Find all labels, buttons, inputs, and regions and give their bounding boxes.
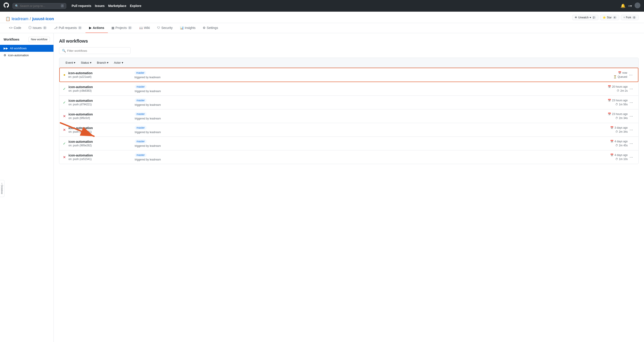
workflow-branch: master triggered by leadream: [131, 85, 583, 93]
repo-header: 📋 leadream / juuust-icon 👁 Unwatch ▾ 2 ⭐…: [0, 12, 644, 23]
unwatch-button[interactable]: 👁 Unwatch ▾ 2: [572, 15, 598, 20]
workflow-time: 📅3 days ago ⏱2m 34s: [583, 126, 628, 133]
topnav-marketplace[interactable]: Marketplace: [108, 4, 126, 8]
workflow-info: icon-automation on: push (2a8b791): [68, 126, 131, 133]
topnav: 🔍 / Pull requests Issues Marketplace Exp…: [0, 0, 644, 12]
tab-actions[interactable]: ▶ Actions: [86, 23, 108, 33]
topnav-issues[interactable]: Issues: [95, 4, 105, 8]
branch-label[interactable]: master: [135, 85, 146, 89]
filter-workflows-input[interactable]: [67, 49, 128, 52]
workflow-row[interactable]: ✓ icon-automation on: push (995e282) mas…: [59, 137, 638, 150]
branch-label[interactable]: master: [135, 126, 146, 130]
workflow-more-button[interactable]: ⋯: [628, 128, 635, 132]
tab-wiki[interactable]: 📖 Wiki: [136, 23, 154, 33]
clock-icon: ⏱: [617, 89, 620, 92]
filter-input-wrapper[interactable]: 🔍: [59, 47, 131, 54]
security-icon: 🛡: [157, 26, 160, 30]
trigger-text: triggered by leadream: [135, 131, 583, 134]
octotree-tab[interactable]: › Octotree: [0, 180, 4, 197]
repo-name-link[interactable]: juuust-icon: [32, 17, 54, 21]
star-button[interactable]: ⭐ Star 4: [600, 15, 619, 20]
topnav-pull-requests[interactable]: Pull requests: [72, 4, 91, 8]
workflow-name: icon-automation: [68, 126, 131, 130]
unwatch-chevron-icon: ▾: [590, 16, 591, 19]
tab-security[interactable]: 🛡 Security: [154, 23, 176, 33]
status-icon: ✓: [63, 141, 66, 146]
workflow-more-button[interactable]: ⋯: [628, 87, 635, 91]
branch-label[interactable]: master: [135, 139, 146, 143]
workflow-more-button[interactable]: ⋯: [628, 155, 635, 159]
eye-icon: 👁: [575, 16, 577, 19]
repo-title: 📋 leadream / juuust-icon: [5, 16, 54, 21]
topnav-explore[interactable]: Explore: [130, 4, 141, 8]
branch-chevron-icon: ▾: [107, 61, 108, 64]
search-kbd: /: [61, 4, 64, 8]
tab-pull-requests[interactable]: ⎇ Pull requests 0: [50, 23, 86, 33]
avatar-icon[interactable]: [634, 3, 640, 10]
workflow-row[interactable]: ✓ icon-automation on: push (d794221) mas…: [59, 96, 638, 109]
duration-text: ⏱2m 2s: [583, 89, 628, 92]
status-icon: ✕: [63, 114, 66, 118]
workflow-info: icon-automation on: push (ce51541): [68, 153, 131, 161]
branch-label[interactable]: master: [135, 112, 146, 116]
star-icon: ⭐: [602, 16, 606, 19]
event-filter-button[interactable]: Event ▾: [63, 60, 78, 65]
workflow-row[interactable]: ✓ icon-automation on: push (c9b8383) mas…: [59, 82, 638, 96]
workflow-row[interactable]: ● icon-automation on: push (a221aa4) mas…: [59, 68, 638, 82]
duration-text: ⏱1m 56s: [583, 103, 628, 106]
workflow-row[interactable]: ✕ icon-automation on: push (ce51541) mas…: [59, 150, 638, 164]
workflow-branch: master triggered by leadream: [131, 126, 583, 134]
workflow-time: 📅23 hours ago ⏱2m 34s: [583, 112, 628, 120]
branch-filter-button[interactable]: Branch ▾: [94, 60, 111, 65]
time-text: 📅23 hours ago: [583, 112, 628, 116]
code-icon: <>: [9, 26, 12, 30]
tab-issues[interactable]: ⓘ Issues 0: [25, 23, 50, 33]
actor-filter-button[interactable]: Actor ▾: [111, 60, 126, 65]
calendar-icon: 📅: [608, 99, 611, 102]
event-chevron-icon: ▾: [74, 61, 76, 64]
tab-settings[interactable]: ⚙ Settings: [199, 23, 222, 33]
settings-icon: ⚙: [203, 26, 206, 30]
trigger-text: triggered by leadream: [135, 117, 583, 120]
calendar-icon: 📅: [608, 112, 611, 116]
branch-label[interactable]: master: [135, 153, 146, 157]
clock-icon: ⏳: [613, 75, 617, 78]
github-logo[interactable]: [4, 3, 9, 9]
tab-insights[interactable]: 📊 Insights: [176, 23, 199, 33]
workflow-time: 📅4 days ago ⏱1m 10s: [583, 153, 628, 161]
workflow-more-button[interactable]: ⋯: [628, 100, 635, 105]
workflow-info: icon-automation on: push (a221aa4): [68, 71, 131, 78]
time-text: 📅20 hours ago: [583, 85, 628, 88]
duration-text: ⏱2m 34s: [583, 130, 628, 133]
sidebar-item-all-workflows[interactable]: ▶▶ All workflows: [0, 45, 54, 52]
workflow-info: icon-automation on: push (6f6c0cf): [68, 112, 131, 120]
search-input[interactable]: [20, 4, 60, 8]
trigger-text: triggered by leadream: [135, 158, 583, 161]
branch-label[interactable]: master: [134, 71, 146, 75]
workflow-more-button[interactable]: ⋯: [628, 141, 635, 146]
status-chevron-icon: ▾: [90, 61, 92, 64]
workflow-more-button[interactable]: ⋯: [628, 114, 635, 118]
plus-icon[interactable]: +▾: [628, 4, 632, 8]
tab-projects[interactable]: ▦ Projects 0: [108, 23, 136, 33]
repo-owner-link[interactable]: leadream: [12, 17, 28, 21]
workflow-row[interactable]: ✕ icon-automation on: push (6f6c0cf) mas…: [59, 109, 638, 123]
search-box[interactable]: 🔍 /: [12, 3, 66, 9]
time-text: 📅23 hours ago: [583, 99, 628, 102]
sidebar-item-icon-automation[interactable]: ⚙ icon-automation: [0, 52, 54, 59]
workflow-row[interactable]: ✕ icon-automation on: push (2a8b791) mas…: [59, 123, 638, 137]
notifications-icon[interactable]: 🔔: [620, 3, 626, 8]
page-title: All workflows: [59, 39, 639, 44]
fork-button[interactable]: ⑂ Fork 0: [621, 15, 639, 20]
repo-actions: 👁 Unwatch ▾ 2 ⭐ Star 4 ⑂ Fork 0: [572, 15, 639, 20]
workflow-more-button[interactable]: ⋯: [627, 73, 634, 77]
new-workflow-button[interactable]: New workflow: [28, 37, 50, 42]
duration-text: ⏳Queued: [582, 75, 627, 78]
tab-code[interactable]: <> Code: [5, 23, 25, 33]
workflow-sub: on: push (995e282): [68, 144, 131, 147]
clock-icon: ⏱: [615, 144, 618, 147]
status-filter-button[interactable]: Status ▾: [78, 60, 94, 65]
branch-label[interactable]: master: [135, 98, 146, 102]
workflow-name: icon-automation: [68, 85, 131, 89]
calendar-icon: 📅: [608, 85, 611, 88]
